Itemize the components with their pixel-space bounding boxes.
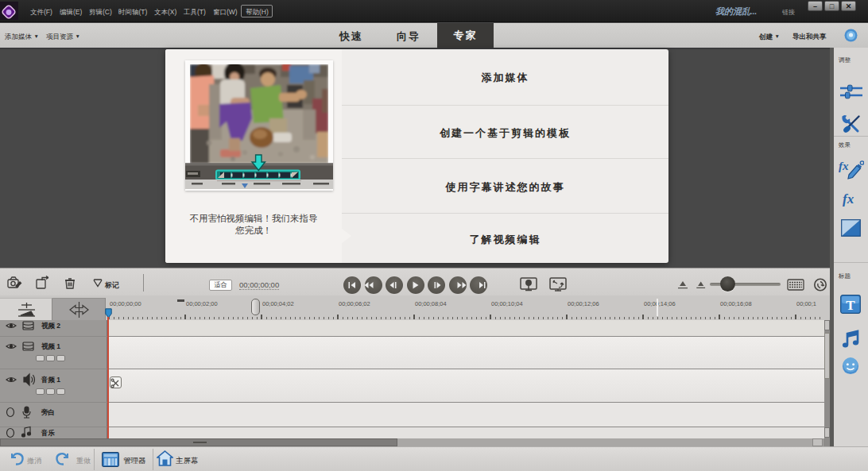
svg-text:fx: fx [839,160,849,172]
svg-text:fx: fx [843,191,854,207]
svg-text:T: T [846,298,855,313]
